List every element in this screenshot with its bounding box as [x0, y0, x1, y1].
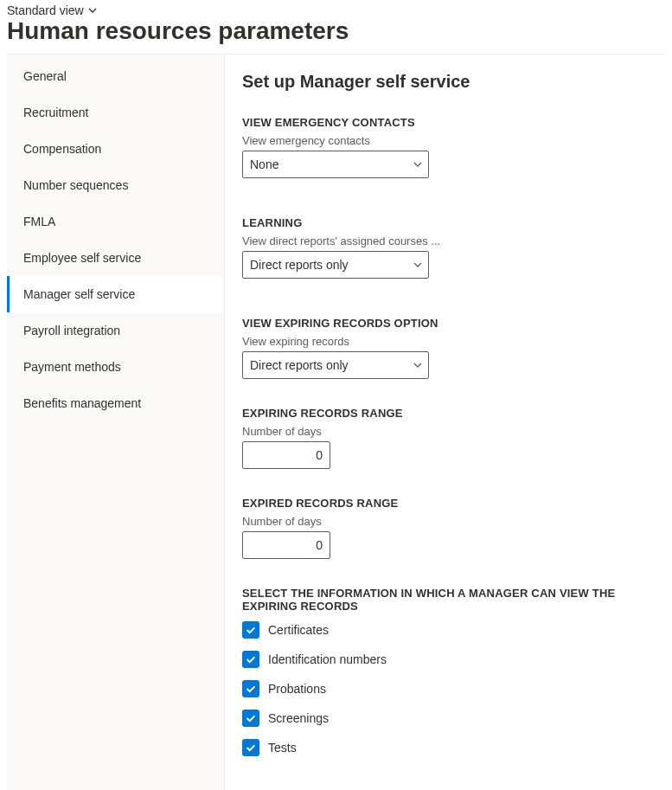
sidebar-item-benefits-management[interactable]: Benefits management [7, 385, 224, 421]
chevron-down-icon [413, 260, 421, 268]
checkbox-label: Probations [268, 682, 326, 696]
checkbox-row-screenings[interactable]: Screenings [242, 710, 656, 727]
checkbox-icon [242, 651, 259, 668]
content-title: Set up Manager self service [242, 72, 656, 92]
checkbox-label: Identification numbers [268, 652, 387, 666]
field-label-expiring-range: Number of days [242, 425, 656, 438]
checkbox-group-expiring-info: Certificates Identification numbers Prob… [242, 621, 656, 756]
checkbox-row-tests[interactable]: Tests [242, 739, 656, 756]
sidebar-item-recruitment[interactable]: Recruitment [7, 94, 224, 131]
section-header-select-info: SELECT THE INFORMATION IN WHICH A MANAGE… [242, 587, 656, 613]
input-expired-days[interactable]: 0 [242, 531, 330, 559]
sidebar-item-manager-self-service[interactable]: Manager self service [7, 276, 224, 312]
sidebar-item-payment-methods[interactable]: Payment methods [7, 349, 224, 385]
field-label-learning: View direct reports' assigned courses ..… [242, 234, 656, 247]
checkbox-icon [242, 710, 259, 727]
content-pane: Set up Manager self service VIEW EMERGEN… [225, 55, 665, 790]
sidebar: General Recruitment Compensation Number … [7, 55, 225, 790]
sidebar-item-number-sequences[interactable]: Number sequences [7, 167, 224, 203]
checkbox-label: Certificates [268, 623, 329, 637]
chevron-down-icon [87, 5, 96, 14]
checkbox-row-probations[interactable]: Probations [242, 680, 656, 697]
select-value: None [250, 157, 407, 171]
checkbox-label: Screenings [268, 711, 329, 725]
field-label-expired-range: Number of days [242, 515, 656, 528]
checkbox-row-identification-numbers[interactable]: Identification numbers [242, 651, 656, 668]
select-emergency-contacts[interactable]: None [242, 151, 429, 178]
sidebar-item-payroll-integration[interactable]: Payroll integration [7, 312, 224, 349]
section-header-emergency: VIEW EMERGENCY CONTACTS [242, 116, 656, 129]
chevron-down-icon [413, 360, 421, 369]
chevron-down-icon [413, 159, 421, 168]
view-switcher[interactable]: Standard view [0, 0, 672, 17]
input-value: 0 [316, 448, 323, 462]
checkbox-icon [242, 621, 259, 639]
field-label-expiring-option: View expiring records [242, 335, 656, 348]
section-header-expired-range: EXPIRED RECORDS RANGE [242, 497, 656, 510]
field-label-emergency: View emergency contacts [242, 134, 656, 147]
page-title: Human resources parameters [0, 17, 672, 54]
sidebar-item-employee-self-service[interactable]: Employee self service [7, 240, 224, 276]
select-value: Direct reports only [250, 258, 407, 272]
select-value: Direct reports only [250, 358, 407, 372]
checkbox-row-certificates[interactable]: Certificates [242, 621, 656, 639]
checkbox-icon [242, 739, 259, 756]
section-header-expiring-range: EXPIRING RECORDS RANGE [242, 407, 656, 420]
view-switcher-label: Standard view [7, 3, 84, 17]
sidebar-item-general[interactable]: General [7, 58, 224, 94]
section-header-learning: LEARNING [242, 216, 656, 229]
checkbox-icon [242, 680, 259, 697]
input-expiring-days[interactable]: 0 [242, 441, 330, 469]
input-value: 0 [316, 538, 323, 552]
select-expiring-records[interactable]: Direct reports only [242, 351, 429, 379]
sidebar-item-compensation[interactable]: Compensation [7, 131, 224, 167]
checkbox-label: Tests [268, 741, 297, 755]
select-learning[interactable]: Direct reports only [242, 251, 429, 279]
section-header-expiring-option: VIEW EXPIRING RECORDS OPTION [242, 317, 656, 330]
sidebar-item-fmla[interactable]: FMLA [7, 203, 224, 240]
